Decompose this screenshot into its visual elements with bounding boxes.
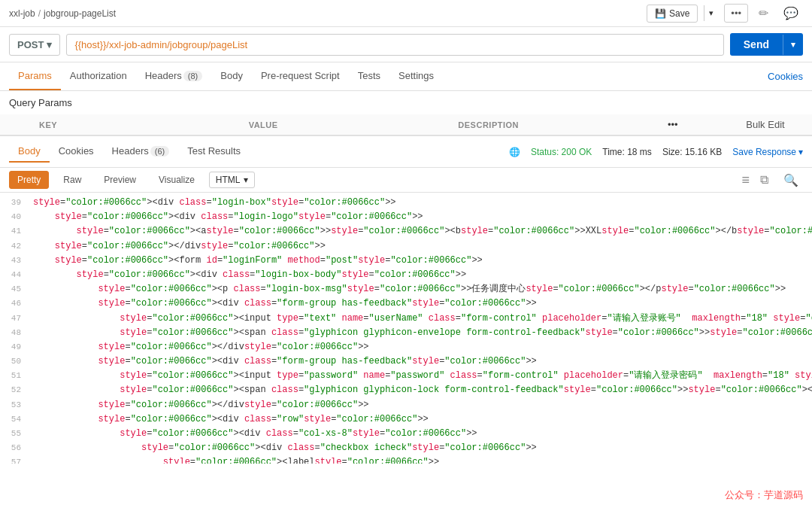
code-line: 50 style="color:#0066cc"><div class="for…: [0, 354, 812, 369]
method-select[interactable]: POST ▾: [9, 34, 60, 56]
line-code: style="color:#0066cc"><div class="row"st…: [33, 412, 806, 427]
top-bar-actions: 💾 Save ▾ ••• ✏ 💬: [647, 4, 803, 23]
tab-prerequest[interactable]: Pre-request Script: [252, 62, 349, 90]
code-line: 57 style="color:#0066cc"><labelstyle="co…: [0, 455, 812, 464]
request-tabs: Params Authorization Headers(8) Body Pre…: [0, 62, 812, 91]
breadcrumb-link-1[interactable]: xxl-job: [9, 8, 35, 19]
code-line: 40 style="color:#0066cc"><div class="log…: [0, 210, 812, 224]
resp-tab-body[interactable]: Body: [9, 141, 50, 163]
code-line: 44 style="color:#0066cc"><div class="log…: [0, 268, 812, 282]
line-code: style="color:#0066cc"><astyle="color:#00…: [33, 224, 812, 239]
line-code: style="color:#0066cc"><div class="login-…: [33, 210, 806, 224]
cookies-link[interactable]: Cookies: [768, 71, 803, 82]
line-code: style="color:#0066cc"></divstyle="color:…: [33, 239, 806, 254]
line-number: 47: [6, 312, 33, 326]
line-code: style="color:#0066cc"><span class="glyph…: [33, 326, 812, 340]
save-chevron[interactable]: ▾: [704, 5, 718, 21]
line-code: style="color:#0066cc"><input type="text"…: [33, 312, 812, 326]
col-value: VALUE: [249, 120, 459, 129]
code-line: 49 style="color:#0066cc"></divstyle="col…: [0, 340, 812, 354]
col-more: •••: [668, 119, 728, 130]
visualize-button[interactable]: Visualize: [150, 171, 203, 189]
tab-authorization[interactable]: Authorization: [61, 62, 136, 90]
code-line: 46 style="color:#0066cc"><div class="for…: [0, 297, 812, 311]
line-number: 52: [6, 383, 33, 397]
raw-button[interactable]: Raw: [55, 171, 89, 189]
line-number: 39: [6, 196, 33, 210]
line-code: style="color:#0066cc"><div class="form-g…: [33, 297, 806, 311]
code-bar: Pretty Raw Preview Visualize HTML ▾ ≡ ⧉ …: [0, 168, 812, 193]
code-line: 56 style="color:#0066cc"><div class="che…: [0, 441, 812, 455]
format-select[interactable]: HTML ▾: [209, 172, 255, 188]
breadcrumb-separator: /: [38, 8, 41, 19]
tab-tests[interactable]: Tests: [349, 62, 389, 90]
code-line: 54 style="color:#0066cc"><div class="row…: [0, 412, 812, 427]
line-number: 44: [6, 268, 33, 282]
line-code: style="color:#0066cc"><div class="col-xs…: [33, 427, 806, 441]
send-chevron[interactable]: ▾: [783, 35, 803, 55]
preview-button[interactable]: Preview: [95, 171, 144, 189]
tab-headers[interactable]: Headers(8): [136, 62, 212, 90]
tab-body[interactable]: Body: [211, 62, 252, 90]
copy-button[interactable]: ⧉: [756, 172, 773, 188]
comment-icon-button[interactable]: 💬: [779, 5, 803, 22]
bulk-edit-button[interactable]: Bulk Edit: [728, 119, 803, 130]
line-number: 40: [6, 210, 33, 224]
code-line: 48 style="color:#0066cc"><span class="gl…: [0, 326, 812, 340]
line-code: style="color:#0066cc"><div class="login-…: [33, 268, 806, 282]
line-number: 48: [6, 326, 33, 340]
code-line: 47 style="color:#0066cc"><input type="te…: [0, 312, 812, 326]
line-number: 45: [6, 282, 33, 297]
line-code: style="color:#0066cc"></divstyle="color:…: [33, 398, 806, 412]
query-params-section: Query Params: [0, 91, 812, 114]
table-header: KEY VALUE DESCRIPTION ••• Bulk Edit: [0, 114, 812, 135]
line-code: style="color:#0066cc"><div class="checkb…: [33, 441, 806, 455]
save-response-button[interactable]: Save Response ▾: [732, 147, 803, 157]
code-line: 52 style="color:#0066cc"><span class="gl…: [0, 383, 812, 397]
line-code: style="color:#0066cc"><input type="passw…: [33, 369, 812, 383]
col-key: KEY: [39, 120, 249, 129]
breadcrumb-link-2[interactable]: jobgroup-pageList: [44, 8, 116, 19]
line-number: 43: [6, 254, 33, 268]
line-code: style="color:#0066cc"><p class="login-bo…: [33, 282, 806, 297]
tab-settings[interactable]: Settings: [389, 62, 443, 90]
code-line: 51 style="color:#0066cc"><input type="pa…: [0, 369, 812, 383]
line-code: style="color:#0066cc"><div class="login-…: [33, 196, 806, 210]
status-info: 🌐 Status: 200 OK Time: 18 ms Size: 15.16…: [509, 147, 803, 157]
code-line: 43 style="color:#0066cc"><form id="login…: [0, 254, 812, 268]
filter-icon[interactable]: ≡: [741, 172, 750, 188]
send-button[interactable]: Send ▾: [730, 33, 803, 56]
send-label: Send: [730, 33, 783, 56]
url-input[interactable]: [66, 34, 723, 56]
line-number: 53: [6, 398, 33, 412]
code-line: 45 style="color:#0066cc"><p class="login…: [0, 282, 812, 297]
line-number: 54: [6, 412, 33, 427]
line-number: 51: [6, 369, 33, 383]
resp-tab-cookies[interactable]: Cookies: [50, 141, 103, 163]
method-label: POST: [17, 39, 44, 50]
code-line: 42 style="color:#0066cc"></divstyle="col…: [0, 239, 812, 254]
save-label: Save: [669, 8, 689, 19]
resp-tab-test-results[interactable]: Test Results: [178, 141, 250, 163]
edit-icon: ✏: [759, 7, 768, 20]
code-line: 55 style="color:#0066cc"><div class="col…: [0, 427, 812, 441]
line-code: style="color:#0066cc"></divstyle="color:…: [33, 340, 806, 354]
breadcrumb: xxl-job / jobgroup-pageList: [9, 8, 647, 19]
edit-icon-button[interactable]: ✏: [754, 5, 773, 22]
method-chevron: ▾: [47, 39, 52, 50]
tab-params[interactable]: Params: [9, 62, 61, 90]
comment-icon: 💬: [783, 7, 798, 20]
line-code: style="color:#0066cc"><span class="glyph…: [33, 383, 812, 397]
search-button[interactable]: 🔍: [779, 172, 803, 189]
resp-tab-headers[interactable]: Headers(6): [103, 141, 179, 163]
save-button[interactable]: 💾 Save: [647, 5, 698, 23]
watermark: 公众号：芋道源码: [725, 488, 803, 502]
save-response-chevron: ▾: [798, 147, 803, 157]
code-line: 41 style="color:#0066cc"><astyle="color:…: [0, 224, 812, 239]
pretty-button[interactable]: Pretty: [9, 171, 49, 189]
query-params-label: Query Params: [9, 97, 72, 108]
line-number: 50: [6, 354, 33, 369]
more-button[interactable]: •••: [724, 4, 748, 23]
col-description: DESCRIPTION: [458, 120, 668, 129]
response-tabs: Body Cookies Headers(6) Test Results: [9, 141, 250, 163]
